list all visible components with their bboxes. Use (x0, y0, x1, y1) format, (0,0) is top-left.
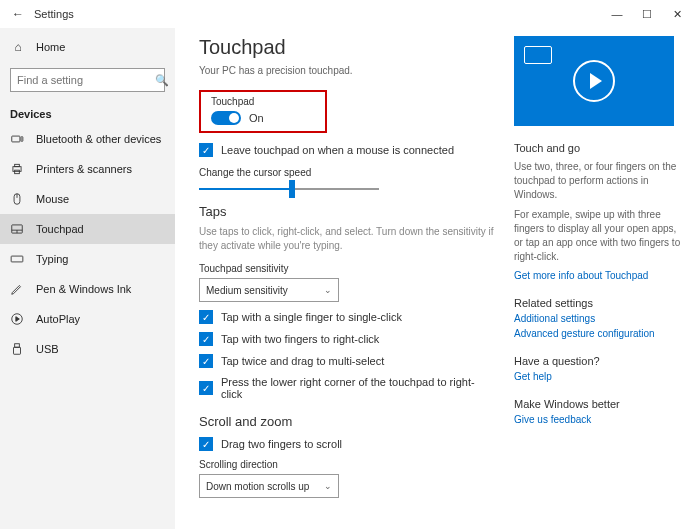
cursor-speed-slider[interactable] (199, 188, 379, 190)
sidebar-item-pen[interactable]: Pen & Windows Ink (0, 274, 175, 304)
sidebar-item-mouse[interactable]: Mouse (0, 184, 175, 214)
select-value: Medium sensitivity (206, 285, 288, 296)
svg-rect-4 (15, 170, 20, 174)
press-corner-checkbox[interactable]: ✓ Press the lower right corner of the to… (199, 376, 494, 400)
main-content: Touchpad Your PC has a precision touchpa… (199, 36, 514, 529)
checkbox-label: Press the lower right corner of the touc… (221, 376, 494, 400)
sidebar: ⌂ Home 🔍 Devices Bluetooth & other devic… (0, 28, 175, 529)
checkbox-icon: ✓ (199, 332, 213, 346)
svg-marker-16 (16, 317, 19, 322)
mouse-icon (10, 192, 26, 206)
drag-scroll-checkbox[interactable]: ✓ Drag two fingers to scroll (199, 437, 494, 451)
sidebar-item-touchpad[interactable]: Touchpad (0, 214, 175, 244)
touchpad-toggle-highlight: Touchpad On (199, 90, 327, 133)
toggle-state: On (249, 112, 264, 124)
sidebar-item-label: Typing (36, 253, 68, 265)
advanced-gesture-link[interactable]: Advanced gesture configuration (514, 328, 684, 339)
bluetooth-icon (10, 132, 26, 146)
toggle-label: Touchpad (211, 96, 315, 107)
precision-text: Your PC has a precision touchpad. (199, 65, 494, 76)
sidebar-item-autoplay[interactable]: AutoPlay (0, 304, 175, 334)
sidebar-item-printers[interactable]: Printers & scanners (0, 154, 175, 184)
checkbox-label: Leave touchpad on when a mouse is connec… (221, 144, 454, 156)
scrolldir-select[interactable]: Down motion scrolls up ⌄ (199, 474, 339, 498)
select-value: Down motion scrolls up (206, 481, 309, 492)
home-nav[interactable]: ⌂ Home (0, 32, 175, 62)
keyboard-icon (10, 252, 26, 266)
sensitivity-label: Touchpad sensitivity (199, 263, 494, 274)
sidebar-item-label: Mouse (36, 193, 69, 205)
checkbox-icon: ✓ (199, 310, 213, 324)
sidebar-item-label: AutoPlay (36, 313, 80, 325)
question-heading: Have a question? (514, 355, 684, 367)
taps-desc: Use taps to click, right-click, and sele… (199, 225, 494, 253)
svg-rect-2 (13, 167, 21, 172)
touchgo-p2: For example, swipe up with three fingers… (514, 208, 684, 264)
right-column: Touch and go Use two, three, or four fin… (514, 36, 684, 529)
tap-single-checkbox[interactable]: ✓ Tap with a single finger to single-cli… (199, 310, 494, 324)
svg-rect-0 (12, 136, 20, 142)
taps-heading: Taps (199, 204, 494, 219)
chevron-down-icon: ⌄ (324, 285, 332, 295)
search-input[interactable]: 🔍 (10, 68, 165, 92)
cursor-speed-label: Change the cursor speed (199, 167, 494, 178)
usb-icon (10, 342, 26, 356)
sidebar-item-label: USB (36, 343, 59, 355)
close-button[interactable]: ✕ (662, 8, 692, 21)
leave-on-checkbox[interactable]: ✓ Leave touchpad on when a mouse is conn… (199, 143, 494, 157)
play-icon (573, 60, 615, 102)
search-field[interactable] (17, 74, 155, 86)
section-header: Devices (0, 98, 175, 124)
get-help-link[interactable]: Get help (514, 371, 684, 382)
checkbox-icon: ✓ (199, 143, 213, 157)
scrolldir-label: Scrolling direction (199, 459, 494, 470)
sidebar-item-label: Touchpad (36, 223, 84, 235)
svg-rect-17 (15, 344, 20, 348)
touchgo-p1: Use two, three, or four fingers on the t… (514, 160, 684, 202)
more-info-link[interactable]: Get more info about Touchpad (514, 270, 684, 281)
touchgo-heading: Touch and go (514, 142, 684, 154)
touchpad-toggle[interactable]: On (211, 111, 315, 125)
checkbox-label: Tap twice and drag to multi-select (221, 355, 384, 367)
maximize-button[interactable]: ☐ (632, 8, 662, 21)
autoplay-icon (10, 312, 26, 326)
tap-two-checkbox[interactable]: ✓ Tap with two fingers to right-click (199, 332, 494, 346)
related-heading: Related settings (514, 297, 684, 309)
sidebar-item-usb[interactable]: USB (0, 334, 175, 364)
checkbox-label: Tap with a single finger to single-click (221, 311, 402, 323)
checkbox-icon: ✓ (199, 437, 213, 451)
device-icon (524, 46, 552, 64)
sidebar-item-label: Pen & Windows Ink (36, 283, 131, 295)
sidebar-item-bluetooth[interactable]: Bluetooth & other devices (0, 124, 175, 154)
touchpad-video-hero[interactable] (514, 36, 674, 126)
sidebar-item-label: Printers & scanners (36, 163, 132, 175)
svg-rect-1 (21, 137, 23, 142)
better-heading: Make Windows better (514, 398, 684, 410)
checkbox-icon: ✓ (199, 381, 213, 395)
pen-icon (10, 282, 26, 296)
svg-rect-3 (15, 164, 20, 166)
sensitivity-select[interactable]: Medium sensitivity ⌄ (199, 278, 339, 302)
chevron-down-icon: ⌄ (324, 481, 332, 491)
checkbox-label: Drag two fingers to scroll (221, 438, 342, 450)
additional-settings-link[interactable]: Additional settings (514, 313, 684, 324)
checkbox-icon: ✓ (199, 354, 213, 368)
svg-rect-10 (11, 256, 23, 262)
sidebar-item-label: Bluetooth & other devices (36, 133, 161, 145)
sidebar-item-typing[interactable]: Typing (0, 244, 175, 274)
checkbox-label: Tap with two fingers to right-click (221, 333, 379, 345)
scroll-heading: Scroll and zoom (199, 414, 494, 429)
tap-drag-checkbox[interactable]: ✓ Tap twice and drag to multi-select (199, 354, 494, 368)
svg-rect-18 (14, 347, 21, 354)
home-icon: ⌂ (10, 40, 26, 54)
home-label: Home (36, 41, 65, 53)
page-title: Touchpad (199, 36, 494, 59)
touchpad-icon (10, 222, 26, 236)
search-icon: 🔍 (155, 74, 169, 87)
minimize-button[interactable]: — (602, 8, 632, 20)
printer-icon (10, 162, 26, 176)
window-title: Settings (34, 8, 74, 20)
feedback-link[interactable]: Give us feedback (514, 414, 684, 425)
back-button[interactable]: ← (8, 7, 28, 21)
toggle-switch[interactable] (211, 111, 241, 125)
